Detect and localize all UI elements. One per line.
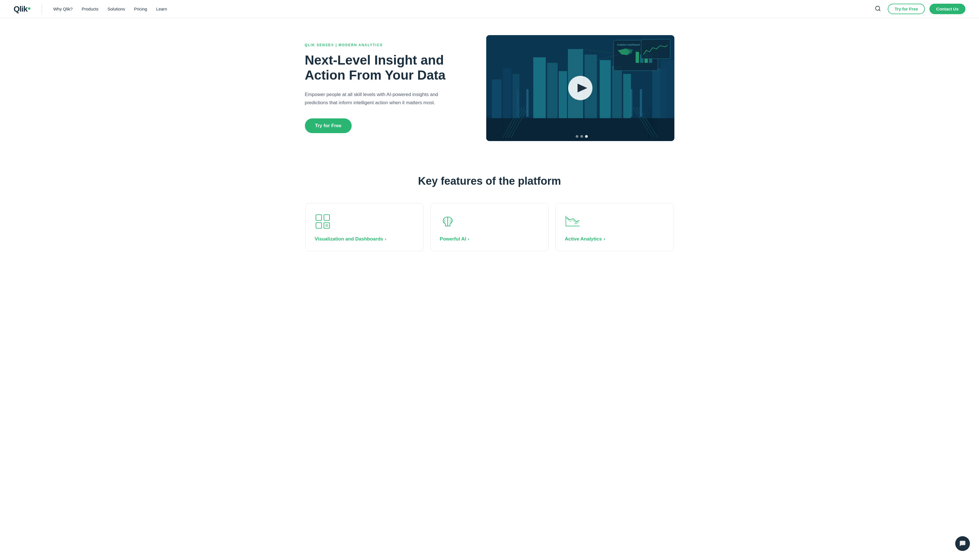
svg-rect-15 bbox=[640, 89, 642, 117]
svg-rect-18 bbox=[512, 74, 519, 118]
logo-text: Qlik bbox=[13, 5, 27, 13]
feature-label-viz[interactable]: Visualization and Dashboards › bbox=[315, 236, 414, 242]
nav-item-why-qlik[interactable]: Why Qlik? bbox=[53, 7, 73, 12]
nav-link-solutions[interactable]: Solutions bbox=[107, 7, 125, 11]
feature-label-analytics[interactable]: Active Analytics › bbox=[565, 236, 664, 242]
svg-point-42 bbox=[585, 135, 588, 138]
nav-item-pricing[interactable]: Pricing bbox=[134, 7, 147, 12]
svg-rect-24 bbox=[600, 60, 610, 118]
nav-item-products[interactable]: Products bbox=[82, 7, 98, 12]
nav-divider bbox=[42, 4, 42, 14]
hero-title: Next-Level Insight and Action From Your … bbox=[305, 53, 469, 83]
nav-try-free-button[interactable]: Try for Free bbox=[888, 4, 925, 14]
svg-rect-10 bbox=[526, 89, 529, 117]
nav-link-products[interactable]: Products bbox=[82, 7, 98, 11]
hero-cta-button[interactable]: Try for Free bbox=[305, 118, 352, 133]
hero-section: QLIK SENSE® | MODERN ANALYTICS Next-Leve… bbox=[291, 18, 688, 158]
analytics-icon bbox=[565, 213, 580, 230]
svg-rect-17 bbox=[503, 68, 511, 118]
svg-rect-31 bbox=[635, 52, 639, 63]
svg-rect-25 bbox=[612, 66, 622, 118]
hero-eyebrow: QLIK SENSE® | MODERN ANALYTICS bbox=[305, 43, 469, 47]
svg-rect-26 bbox=[623, 74, 631, 118]
search-icon bbox=[875, 5, 881, 12]
features-grid: Visualization and Dashboards › bbox=[305, 203, 674, 251]
nav-link-learn[interactable]: Learn bbox=[156, 7, 167, 11]
nav-item-solutions[interactable]: Solutions bbox=[107, 7, 125, 12]
hero-visual: Analytics Dashboard bbox=[486, 35, 674, 141]
nav-left: Qlik Why Qlik? Products Solutions Pricin… bbox=[13, 4, 167, 14]
svg-text:Analytics Dashboard: Analytics Dashboard bbox=[617, 43, 640, 46]
main-nav: Qlik Why Qlik? Products Solutions Pricin… bbox=[0, 0, 979, 18]
svg-point-41 bbox=[580, 135, 583, 138]
svg-rect-28 bbox=[660, 60, 674, 118]
svg-rect-47 bbox=[325, 224, 328, 227]
brain-icon bbox=[440, 213, 455, 230]
dashboard-icon bbox=[315, 213, 331, 230]
svg-rect-16 bbox=[492, 79, 501, 118]
feature-card-analytics[interactable]: Active Analytics › bbox=[555, 203, 674, 251]
nav-item-learn[interactable]: Learn bbox=[156, 7, 167, 12]
svg-rect-21 bbox=[559, 71, 567, 118]
feature-label-ai[interactable]: Powerful AI › bbox=[440, 236, 539, 242]
logo-dot bbox=[28, 7, 30, 10]
search-button[interactable] bbox=[872, 3, 883, 15]
svg-rect-45 bbox=[316, 223, 322, 228]
nav-links: Why Qlik? Products Solutions Pricing Lea… bbox=[53, 7, 167, 12]
svg-rect-44 bbox=[324, 215, 330, 220]
chevron-icon-viz: › bbox=[385, 237, 386, 242]
hero-description: Empower people at all skill levels with … bbox=[305, 91, 447, 107]
svg-rect-20 bbox=[547, 63, 557, 118]
svg-line-1 bbox=[879, 10, 881, 11]
nav-link-why-qlik[interactable]: Why Qlik? bbox=[53, 7, 73, 11]
nav-contact-button[interactable]: Contact Us bbox=[929, 4, 966, 14]
features-title: Key features of the platform bbox=[13, 175, 966, 187]
svg-point-40 bbox=[575, 135, 578, 138]
svg-rect-19 bbox=[533, 57, 546, 118]
video-thumbnail: Analytics Dashboard bbox=[486, 35, 674, 141]
chevron-icon-analytics: › bbox=[604, 237, 605, 242]
feature-card-viz[interactable]: Visualization and Dashboards › bbox=[305, 203, 424, 251]
features-section: Key features of the platform Visualizati… bbox=[0, 158, 979, 274]
chevron-icon-ai: › bbox=[468, 237, 469, 242]
logo[interactable]: Qlik bbox=[13, 5, 30, 13]
feature-card-ai[interactable]: Powerful AI › bbox=[430, 203, 549, 251]
hero-content: QLIK SENSE® | MODERN ANALYTICS Next-Leve… bbox=[305, 43, 469, 133]
nav-right: Try for Free Contact Us bbox=[872, 3, 966, 15]
city-illustration: Analytics Dashboard bbox=[486, 35, 674, 141]
svg-rect-43 bbox=[316, 215, 322, 220]
nav-link-pricing[interactable]: Pricing bbox=[134, 7, 147, 11]
